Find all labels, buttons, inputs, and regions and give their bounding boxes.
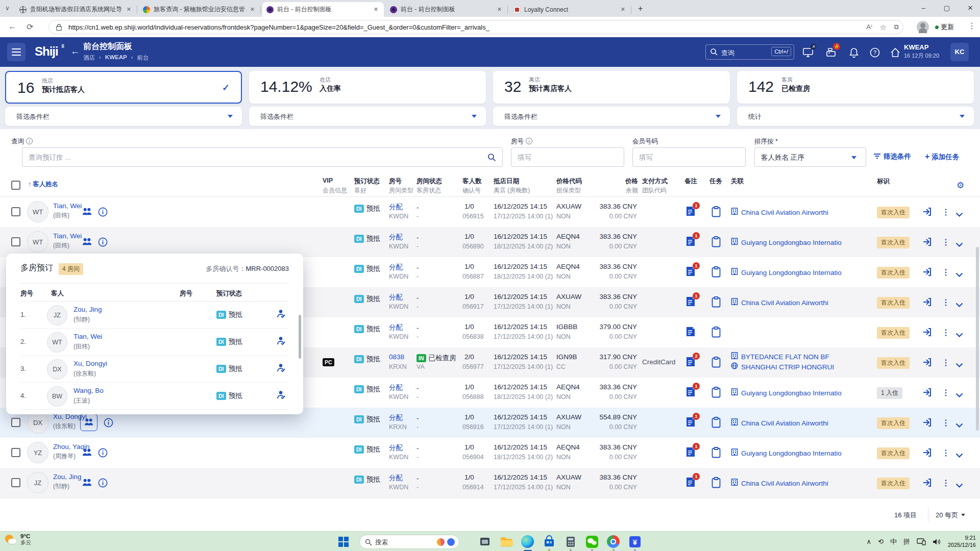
popup-room-row[interactable]: 3. DX Xu, Dongyi (徐东毅) DI预抵 [20,356,289,383]
column-header[interactable]: VIP [323,177,333,184]
info-icon[interactable] [98,237,108,247]
row-checkbox[interactable] [11,237,20,246]
check-in-action-button[interactable] [922,447,932,460]
new-tab-button[interactable]: + [638,4,643,13]
room-link[interactable]: 0838 [389,353,404,361]
linked-profile[interactable]: China Civil Aviation Airworthi [731,479,828,488]
task-clipboard-icon[interactable] [712,477,721,488]
help-icon[interactable]: ? [869,47,880,58]
row-menu-icon[interactable]: ⋮ [942,267,950,277]
select-all-checkbox[interactable] [11,181,20,190]
row-expand-button[interactable] [955,210,963,219]
calculator-icon[interactable] [564,535,577,548]
edge-browser-icon[interactable] [521,535,534,548]
column-header[interactable]: 标识 [877,177,890,186]
multi-room-group-icon[interactable] [82,447,92,458]
column-header[interactable]: 房间状态 [416,177,442,186]
room-link[interactable]: 分配 [389,443,403,453]
search-icon[interactable] [487,153,496,162]
browser-menu-icon[interactable]: ⋮ [968,21,976,31]
check-in-icon[interactable] [922,297,932,307]
task-clipboard-icon[interactable] [712,447,721,458]
notes-button[interactable]: 1 [685,296,696,309]
popup-room-row[interactable]: 1. JZ Zou, Jing (邹静) DI预抵 [20,302,289,329]
guest-name-header[interactable]: ↑客人姓名 [28,180,58,189]
task-clipboard-icon[interactable] [712,327,721,338]
file-explorer-icon[interactable] [500,535,513,548]
column-header[interactable]: 抵店日期 [494,177,519,186]
workstation-icon[interactable]: ✕ [802,47,814,58]
task-clipboard-icon[interactable] [712,296,721,308]
reservation-row[interactable]: JZ Zou, Jing(邹静)DI预抵分配 KWDN- -1/0 056914… [0,468,980,498]
popup-room-row[interactable]: 4. BW Wang, Bo (王波) DI预抵 [20,383,289,410]
browser-tab[interactable]: 前台 - 前台控制面板 ✕ [386,2,507,17]
guest-check-in-icon[interactable] [276,363,286,373]
task-button[interactable] [712,387,721,400]
guest-check-in-icon[interactable] [276,336,286,346]
check-in-icon[interactable] [922,387,932,397]
check-in-icon[interactable] [922,237,932,247]
ime-pinyin[interactable]: 拼 [903,537,910,546]
column-header[interactable]: 支付方式 [642,177,668,186]
read-aloud-icon[interactable]: A⁾ [866,23,872,31]
minimize-button[interactable]: – [916,4,931,12]
linked-profile[interactable]: China Civil Aviation Airworthi [731,298,828,307]
tray-chevron-icon[interactable]: ∧ [867,538,872,545]
check-in-action-button[interactable] [922,417,932,430]
room-link[interactable]: 分配 [389,233,403,242]
hamburger-menu-icon[interactable] [7,43,26,61]
tray-sync-icon[interactable]: ⟲ [878,538,884,545]
linked-profile[interactable]: Guiyang Longdongbao Internatio [731,388,842,397]
column-header[interactable]: 预订状态 [354,177,380,186]
task-view-icon[interactable] [478,535,492,548]
column-header[interactable]: 房号 [389,177,402,186]
task-button[interactable] [712,357,721,370]
room-link[interactable]: 分配 [389,293,403,302]
info-icon[interactable]: i [26,138,33,144]
row-menu-icon[interactable]: ⋮ [942,418,950,428]
notes-button[interactable]: 2 [685,356,696,369]
linked-profile[interactable]: Guiyang Longdongbao Internatio [731,238,842,247]
room-link[interactable]: 分配 [389,413,403,422]
task-button[interactable] [712,417,721,430]
guest-name[interactable]: Tian, Wei(田炜) [53,202,82,220]
linked-profile[interactable]: SHANGHAI CTRIP HONGRUI [731,362,834,371]
tab-close-icon[interactable]: ✕ [372,6,380,13]
volume-icon[interactable] [933,538,941,545]
start-button[interactable] [337,535,350,548]
row-menu-icon[interactable]: ⋮ [942,207,950,217]
guest-name[interactable]: Zou, Jing(邹静) [53,473,82,491]
task-clipboard-icon[interactable] [712,266,721,278]
task-button[interactable] [712,296,721,310]
linked-profile[interactable]: China Civil Aviation Airworthi [731,418,828,428]
notes-button[interactable]: 1 [685,206,696,219]
card-filter-dropdown[interactable]: 筛选条件栏 [249,107,486,126]
sort-select[interactable]: 客人姓名 正序 [754,147,866,167]
guest-name-link[interactable]: Zou, Jing [74,306,102,313]
taskbar-weather[interactable]: 9°C多云 [5,533,31,546]
room-link[interactable]: 分配 [389,203,403,212]
info-icon[interactable] [98,448,108,458]
taskbar-search[interactable]: 搜索 [359,535,459,549]
reservation-row[interactable]: YZ Zhou, Yaqin(周雅琴)DI预抵分配 KWDN- -1/0 056… [0,438,980,468]
browser-tab[interactable]: Loyalty Connect ✕ [509,2,631,17]
info-icon[interactable] [98,207,108,217]
expand-chevron-icon[interactable] [955,272,963,277]
card-filter-dropdown[interactable]: 筛选条件栏 [5,107,242,126]
linked-profile[interactable]: Guiyang Longdongbao Internatio [731,448,842,458]
query-input[interactable]: 查询预订按 ... [22,147,503,167]
check-in-action-button[interactable] [922,237,932,249]
breadcrumb-item[interactable]: 酒店 [83,54,95,62]
check-in-action-button[interactable] [922,357,932,369]
check-in-action-button[interactable] [922,327,932,339]
expand-chevron-icon[interactable] [955,212,963,217]
multi-room-group-button[interactable] [80,414,97,431]
guest-check-in-icon[interactable] [276,390,286,400]
notes-button[interactable]: 1 [685,416,696,430]
row-checkbox[interactable] [11,207,20,216]
member-input[interactable]: 填写 [632,147,746,167]
expand-chevron-icon[interactable] [955,333,963,337]
column-header[interactable]: 关联 [731,177,744,186]
room-link[interactable]: 分配 [389,383,403,392]
info-icon[interactable]: i [526,138,532,144]
